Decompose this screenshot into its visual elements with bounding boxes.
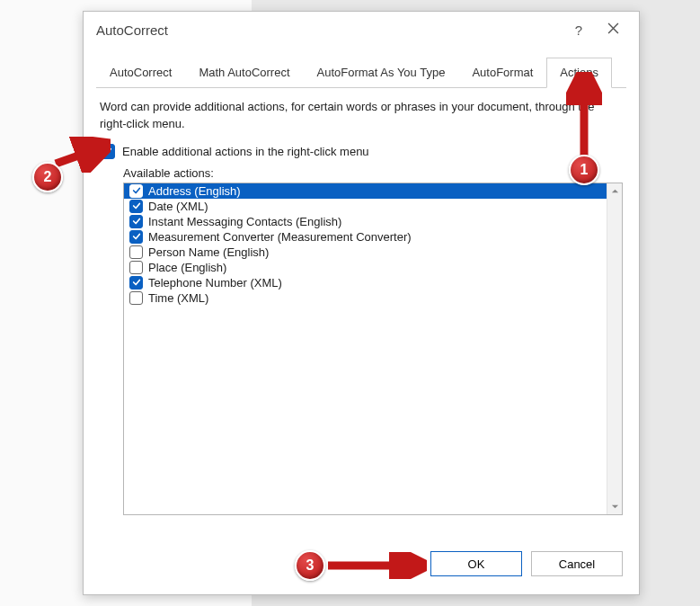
list-item[interactable]: Person Name (English) — [124, 245, 607, 260]
scroll-up-button[interactable] — [607, 183, 622, 199]
list-item-label: Person Name (English) — [148, 245, 269, 259]
tab-autocorrect[interactable]: AutoCorrect — [96, 58, 185, 88]
listbox-inner: Address (English)Date (XML)Instant Messa… — [124, 183, 607, 514]
chevron-down-icon — [611, 503, 619, 511]
annotation-badge-2: 2 — [32, 162, 63, 192]
cancel-button[interactable]: Cancel — [531, 551, 623, 576]
autocorrect-dialog: AutoCorrect ? AutoCorrect Math AutoCorre… — [83, 11, 640, 595]
help-button[interactable]: ? — [562, 22, 596, 38]
list-item[interactable]: Place (English) — [124, 260, 607, 275]
list-item-checkbox[interactable] — [129, 200, 143, 213]
scroll-down-button[interactable] — [607, 499, 622, 514]
list-item-checkbox[interactable] — [129, 230, 143, 244]
check-icon — [132, 232, 141, 241]
ok-button[interactable]: OK — [430, 551, 522, 576]
tab-actions[interactable]: Actions — [546, 58, 612, 88]
check-icon — [132, 263, 141, 272]
check-icon — [132, 186, 141, 195]
list-item-label: Place (English) — [148, 261, 226, 274]
tab-autoformat[interactable]: AutoFormat — [458, 58, 546, 88]
available-actions-label: Available actions: — [123, 166, 623, 180]
check-icon — [132, 247, 141, 256]
tab-math-autocorrect[interactable]: Math AutoCorrect — [185, 58, 303, 88]
description-text: Word can provide additional actions, for… — [100, 99, 623, 133]
chevron-up-icon — [611, 187, 619, 195]
list-item-checkbox[interactable] — [129, 184, 143, 198]
list-item-checkbox[interactable] — [129, 215, 143, 228]
list-item-checkbox[interactable] — [129, 261, 143, 274]
titlebar: AutoCorrect ? — [84, 12, 639, 48]
check-icon — [132, 278, 141, 287]
check-icon — [102, 147, 112, 156]
list-item-checkbox[interactable] — [129, 245, 143, 259]
list-item-label: Measurement Converter (Measurement Conve… — [148, 230, 412, 244]
list-item[interactable]: Instant Messaging Contacts (English) — [124, 214, 607, 229]
list-item[interactable]: Measurement Converter (Measurement Conve… — [124, 229, 607, 245]
list-item-label: Address (English) — [148, 184, 241, 198]
available-actions-listbox[interactable]: Address (English)Date (XML)Instant Messa… — [123, 183, 623, 515]
list-item-label: Instant Messaging Contacts (English) — [148, 215, 341, 228]
tab-content: Word can provide additional actions, for… — [84, 88, 639, 537]
enable-actions-label: Enable additional actions in the right-c… — [122, 145, 369, 158]
check-icon — [132, 201, 141, 210]
annotation-badge-3: 3 — [295, 550, 325, 581]
close-button[interactable] — [596, 22, 630, 37]
list-item[interactable]: Time (XML) — [124, 290, 607, 306]
list-item[interactable]: Date (XML) — [124, 199, 607, 214]
list-item-label: Date (XML) — [148, 200, 208, 213]
close-icon — [607, 22, 619, 34]
check-icon — [132, 217, 141, 226]
list-item[interactable]: Address (English) — [124, 183, 607, 199]
dialog-title: AutoCorrect — [96, 22, 562, 38]
list-item-label: Time (XML) — [148, 291, 208, 305]
list-item-checkbox[interactable] — [129, 291, 143, 305]
tab-autoformat-as-you-type[interactable]: AutoFormat As You Type — [304, 58, 459, 88]
annotation-badge-1: 1 — [569, 155, 599, 185]
scrollbar[interactable] — [607, 183, 622, 514]
list-item[interactable]: Telephone Number (XML) — [124, 275, 607, 290]
list-item-label: Telephone Number (XML) — [148, 276, 282, 290]
check-icon — [132, 293, 141, 302]
list-item-checkbox[interactable] — [129, 276, 143, 290]
dialog-footer: OK Cancel — [84, 537, 639, 594]
enable-actions-checkbox[interactable] — [100, 144, 115, 159]
enable-actions-row[interactable]: Enable additional actions in the right-c… — [100, 144, 623, 159]
tab-bar: AutoCorrect Math AutoCorrect AutoFormat … — [96, 57, 626, 88]
